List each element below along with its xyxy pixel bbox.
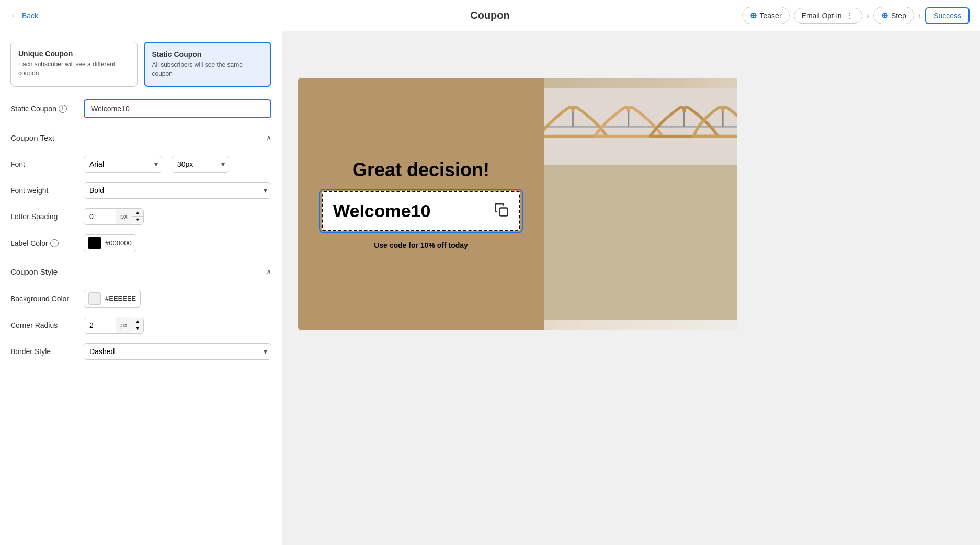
font-select-wrapper: Arial Helvetica Georgia <box>84 156 162 173</box>
preview-container: Great decision! Welcome10 Use code for 1… <box>282 31 980 545</box>
email-optin-button[interactable]: Email Opt-in ⋮ <box>794 8 862 24</box>
bg-color-swatch[interactable] <box>88 292 101 305</box>
coupon-subtitle: Use code for 10% off today <box>374 241 468 249</box>
label-color-swatch[interactable] <box>88 237 101 249</box>
add-step-button[interactable]: ⊕ Step <box>873 7 914 24</box>
plus-icon: ⊕ <box>750 10 757 20</box>
svg-rect-0 <box>500 208 508 215</box>
letter-spacing-unit: px <box>116 209 132 224</box>
font-size-wrapper: 30px 24px 36px <box>172 156 229 173</box>
copy-icon[interactable] <box>494 202 509 220</box>
letter-spacing-spinner: px ▲ ▼ <box>84 208 144 225</box>
popup-preview: Great decision! Welcome10 Use code for 1… <box>298 78 737 330</box>
static-coupon-card[interactable]: Static Coupon All subscribers will see t… <box>144 42 272 87</box>
header-nav: ⊕ Teaser Email Opt-in ⋮ › ⊕ Step › Succe… <box>742 7 970 24</box>
plus-icon-step: ⊕ <box>881 10 888 20</box>
popup-right <box>544 78 737 330</box>
teaser-button[interactable]: ⊕ Teaser <box>742 7 790 24</box>
static-coupon-info-icon[interactable]: i <box>59 105 67 113</box>
static-coupon-desc: All subscribers will see the same coupon <box>152 61 264 78</box>
coupon-style-title: Coupon Style <box>10 267 58 276</box>
font-row: Font Arial Helvetica Georgia 30px 24px 3… <box>10 156 271 173</box>
border-style-wrapper: Dashed Solid Dotted None <box>84 343 271 360</box>
coupon-text-section-header[interactable]: Coupon Text ∧ <box>10 128 271 147</box>
letter-spacing-up-button[interactable]: ▲ <box>132 209 143 217</box>
main-layout: Unique Coupon Each subscriber will see a… <box>0 31 980 545</box>
coupon-style-section-header[interactable]: Coupon Style ∧ <box>10 262 271 281</box>
font-label: Font <box>10 160 78 168</box>
font-weight-row: Font weight Bold Normal Light <box>10 182 271 199</box>
letter-spacing-input[interactable] <box>84 209 116 224</box>
font-weight-select[interactable]: Bold Normal Light <box>84 182 271 199</box>
corner-radius-arrows: ▲ ▼ <box>132 318 143 332</box>
coupon-style-chevron-icon: ∧ <box>266 267 271 276</box>
teaser-label: Teaser <box>760 12 782 20</box>
corner-radius-spinner: px ▲ ▼ <box>84 317 144 334</box>
unique-coupon-card[interactable]: Unique Coupon Each subscriber will see a… <box>10 42 138 87</box>
left-panel: Unique Coupon Each subscriber will see a… <box>0 31 282 545</box>
bg-color-hex: #EEEEEE <box>105 294 136 302</box>
letter-spacing-label: Letter Spacing <box>10 212 78 221</box>
email-optin-label: Email Opt-in <box>802 12 842 20</box>
hangers-svg <box>544 78 737 330</box>
coupon-text-chevron-icon: ∧ <box>266 133 271 142</box>
font-size-select[interactable]: 30px 24px 36px <box>172 156 229 173</box>
coupon-box[interactable]: Welcome10 <box>322 191 520 231</box>
corner-radius-unit: px <box>116 317 132 333</box>
popup-left: Great decision! Welcome10 Use code for 1… <box>298 78 544 330</box>
corner-radius-row: Corner Radius px ▲ ▼ <box>10 317 271 334</box>
static-coupon-title: Static Coupon <box>152 50 264 59</box>
label-color-row: Label Color i #000000 <box>10 234 271 252</box>
corner-radius-label: Corner Radius <box>10 321 78 330</box>
more-options-icon[interactable]: ⋮ <box>846 12 853 20</box>
unique-coupon-title: Unique Coupon <box>18 50 130 58</box>
static-coupon-label: Static Coupon i <box>10 105 78 113</box>
static-coupon-input[interactable] <box>84 99 271 118</box>
right-panel: Great decision! Welcome10 Use code for 1… <box>282 31 980 545</box>
font-weight-wrapper: Bold Normal Light <box>84 182 271 199</box>
arrow-right-icon-2: › <box>918 11 921 20</box>
hanger-image <box>544 78 737 330</box>
border-style-select[interactable]: Dashed Solid Dotted None <box>84 343 271 360</box>
border-style-row: Border Style Dashed Solid Dotted None <box>10 343 271 360</box>
unique-coupon-desc: Each subscriber will see a different cou… <box>18 60 130 78</box>
font-select[interactable]: Arial Helvetica Georgia <box>84 156 162 173</box>
back-arrow-icon: ← <box>10 11 19 20</box>
back-button[interactable]: ← Back <box>10 11 38 20</box>
static-coupon-row: Static Coupon i <box>10 99 271 118</box>
success-label: Success <box>933 12 961 20</box>
page-title: Coupon <box>470 9 510 21</box>
header: ← Back Coupon ⊕ Teaser Email Opt-in ⋮ › … <box>0 0 980 31</box>
coupon-text-title: Coupon Text <box>10 133 54 142</box>
popup-title: Great decision! <box>352 158 489 181</box>
success-button[interactable]: Success <box>925 7 970 24</box>
letter-spacing-down-button[interactable]: ▼ <box>132 217 143 223</box>
bg-color-picker[interactable]: #EEEEEE <box>84 290 141 308</box>
label-color-info-icon[interactable]: i <box>50 239 59 247</box>
step-label: Step <box>891 12 906 20</box>
header-left: ← Back <box>10 11 742 20</box>
coupon-type-row: Unique Coupon Each subscriber will see a… <box>10 42 271 87</box>
border-style-label: Border Style <box>10 347 78 356</box>
label-color-hex: #000000 <box>105 239 132 247</box>
corner-radius-down-button[interactable]: ▼ <box>132 325 143 332</box>
corner-radius-input[interactable] <box>84 317 116 333</box>
corner-radius-up-button[interactable]: ▲ <box>132 318 143 325</box>
back-label: Back <box>22 12 38 20</box>
font-weight-label: Font weight <box>10 186 78 195</box>
letter-spacing-row: Letter Spacing px ▲ ▼ <box>10 208 271 225</box>
letter-spacing-arrows: ▲ ▼ <box>132 209 143 223</box>
bg-color-label: Background Color <box>10 294 78 303</box>
label-color-label: Label Color i <box>10 239 78 247</box>
arrow-right-icon: › <box>867 11 869 20</box>
coupon-code: Welcome10 <box>333 201 430 221</box>
label-color-picker[interactable]: #000000 <box>84 234 136 252</box>
bg-color-row: Background Color #EEEEEE <box>10 290 271 308</box>
